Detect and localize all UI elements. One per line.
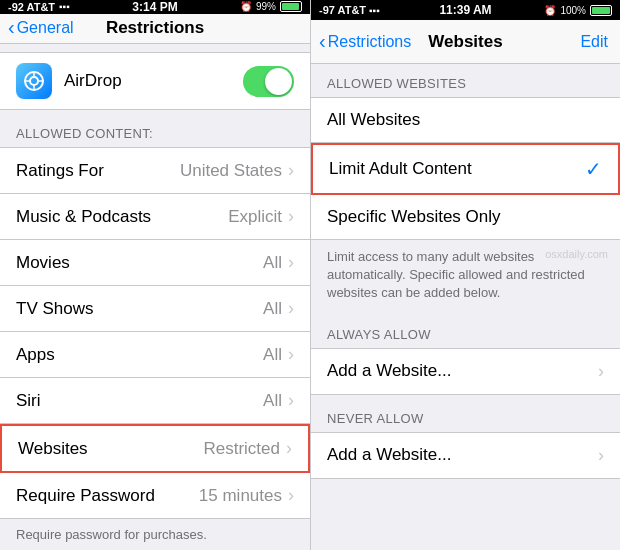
apps-label: Apps: [16, 345, 263, 365]
right-battery-percent: 100%: [560, 5, 586, 16]
never-allow-label: NEVER ALLOW: [311, 399, 620, 432]
right-page-title: Websites: [428, 32, 502, 52]
music-podcasts-label: Music & Podcasts: [16, 207, 228, 227]
ratings-for-value: United States: [180, 161, 282, 181]
carrier-text: -92 AT&T: [8, 1, 55, 13]
websites-row[interactable]: Websites Restricted ›: [0, 424, 310, 473]
right-status-bar: -97 AT&T ▪▪▪ 11:39 AM ⏰ 100%: [311, 0, 620, 20]
allowed-content-label: ALLOWED CONTENT:: [0, 110, 310, 147]
airdrop-row[interactable]: AirDrop: [0, 52, 310, 110]
back-button[interactable]: ‹ General: [8, 17, 74, 39]
always-allow-chevron-icon: ›: [598, 361, 604, 382]
left-status-bar: -92 AT&T ▪▪▪ 3:14 PM ⏰ 99%: [0, 0, 310, 14]
back-label: General: [17, 19, 74, 37]
left-nav-bar: ‹ General Restrictions: [0, 14, 310, 44]
limit-adult-label: Limit Adult Content: [329, 159, 585, 179]
movies-label: Movies: [16, 253, 263, 273]
left-panel: -92 AT&T ▪▪▪ 3:14 PM ⏰ 99% ‹ General Res…: [0, 0, 310, 550]
airdrop-label: AirDrop: [64, 71, 231, 91]
movies-row[interactable]: Movies All ›: [0, 240, 310, 286]
ratings-for-label: Ratings For: [16, 161, 180, 181]
right-alarm-icon: ⏰: [544, 5, 556, 16]
tv-shows-label: TV Shows: [16, 299, 263, 319]
siri-row[interactable]: Siri All ›: [0, 378, 310, 424]
ratings-for-row[interactable]: Ratings For United States ›: [0, 148, 310, 194]
require-password-row[interactable]: Require Password 15 minutes ›: [0, 473, 310, 518]
back-chevron-icon: ‹: [8, 16, 15, 39]
music-podcasts-value: Explicit: [228, 207, 282, 227]
all-websites-label: All Websites: [327, 110, 604, 130]
allowed-websites-label: ALLOWED WEBSITES: [311, 64, 620, 97]
alarm-icon: ⏰: [240, 1, 252, 12]
apps-row[interactable]: Apps All ›: [0, 332, 310, 378]
require-password-chevron-icon: ›: [288, 485, 294, 506]
watermark: osxdaily.com: [545, 248, 608, 260]
checkmark-icon: ✓: [585, 157, 602, 181]
wifi-icon: ▪▪▪: [59, 1, 70, 12]
right-nav-bar: ‹ Restrictions Websites Edit: [311, 20, 620, 64]
right-back-chevron-icon: ‹: [319, 30, 326, 53]
battery-icon-left: [280, 1, 302, 12]
apps-value: All: [263, 345, 282, 365]
edit-button[interactable]: Edit: [580, 33, 608, 51]
tv-shows-value: All: [263, 299, 282, 319]
music-podcasts-row[interactable]: Music & Podcasts Explicit ›: [0, 194, 310, 240]
toggle-knob: [265, 68, 292, 95]
airdrop-icon: [16, 63, 52, 99]
specific-websites-label: Specific Websites Only: [327, 207, 604, 227]
never-allow-chevron-icon: ›: [598, 445, 604, 466]
siri-chevron-icon: ›: [288, 390, 294, 411]
movies-value: All: [263, 253, 282, 273]
movies-chevron-icon: ›: [288, 252, 294, 273]
specific-websites-row[interactable]: Specific Websites Only: [311, 195, 620, 239]
right-battery-icon: [590, 5, 612, 16]
require-password-note: Require password for purchases.: [0, 519, 310, 550]
right-back-button[interactable]: ‹ Restrictions: [319, 31, 411, 53]
airdrop-toggle[interactable]: [243, 66, 294, 97]
all-websites-row[interactable]: All Websites: [311, 98, 620, 143]
websites-label: Websites: [18, 439, 203, 459]
never-allow-add-label: Add a Website...: [327, 445, 598, 465]
require-password-label: Require Password: [16, 486, 199, 506]
right-time: 11:39 AM: [439, 3, 491, 17]
siri-label: Siri: [16, 391, 263, 411]
apps-chevron-icon: ›: [288, 344, 294, 365]
always-allow-add-label: Add a Website...: [327, 361, 598, 381]
always-allow-label: ALWAYS ALLOW: [311, 315, 620, 348]
right-carrier: -97 AT&T: [319, 4, 366, 16]
tv-shows-chevron-icon: ›: [288, 298, 294, 319]
music-podcasts-chevron-icon: ›: [288, 206, 294, 227]
battery-percent-left: 99%: [256, 1, 276, 12]
right-back-label: Restrictions: [328, 33, 412, 51]
tv-shows-row[interactable]: TV Shows All ›: [0, 286, 310, 332]
settings-rows-group: Ratings For United States › Music & Podc…: [0, 147, 310, 519]
left-page-title: Restrictions: [106, 18, 204, 38]
always-allow-add-row[interactable]: Add a Website... ›: [311, 348, 620, 395]
websites-value: Restricted: [203, 439, 280, 459]
ratings-for-chevron-icon: ›: [288, 160, 294, 181]
allowed-websites-group: All Websites Limit Adult Content ✓ Speci…: [311, 97, 620, 240]
svg-point-1: [30, 77, 38, 85]
never-allow-add-row[interactable]: Add a Website... ›: [311, 432, 620, 479]
left-time: 3:14 PM: [132, 0, 177, 14]
websites-chevron-icon: ›: [286, 438, 292, 459]
right-wifi-icon: ▪▪▪: [369, 5, 380, 16]
right-panel: -97 AT&T ▪▪▪ 11:39 AM ⏰ 100% ‹ Restricti…: [310, 0, 620, 550]
siri-value: All: [263, 391, 282, 411]
limit-adult-content-row[interactable]: Limit Adult Content ✓: [311, 143, 620, 195]
require-password-value: 15 minutes: [199, 486, 282, 506]
